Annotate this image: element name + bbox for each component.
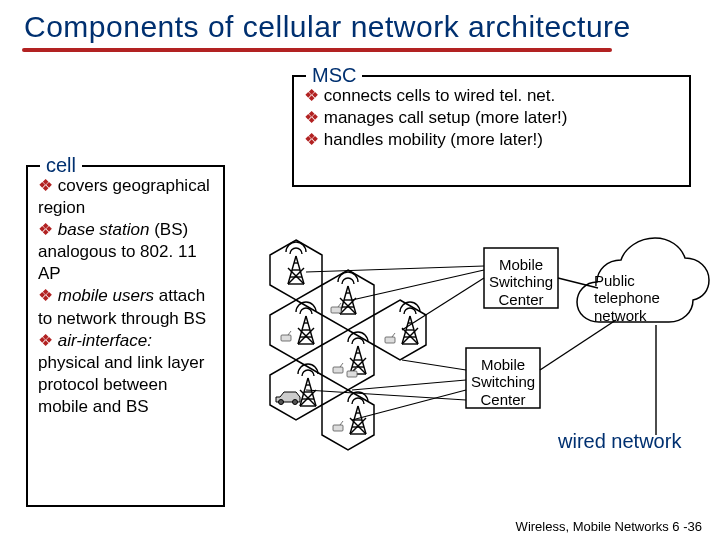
msc-legend: MSC	[306, 62, 362, 88]
title-underline	[22, 48, 612, 52]
cell-item: ❖ air-interface: physical and link layer…	[38, 330, 213, 418]
msc-box: MSC ❖ connects cells to wired tel. net. …	[292, 75, 691, 187]
msc1-label: Mobile Switching Center	[488, 256, 554, 308]
public-net-label: Public telephone network	[594, 272, 690, 324]
msc-item: ❖ connects cells to wired tel. net.	[304, 85, 679, 107]
svg-line-21	[306, 390, 466, 400]
cell-item: ❖ base station (BS) analogous to 802. 11…	[38, 219, 213, 285]
network-diagram: Mobile Switching Center Mobile Switching…	[226, 200, 706, 530]
svg-line-19	[352, 380, 466, 390]
cell-item: ❖ mobile users attach to network through…	[38, 285, 213, 329]
svg-line-17	[306, 266, 484, 272]
wired-net-label: wired network	[558, 430, 681, 453]
slide-footer: Wireless, Mobile Networks 6 -36	[516, 519, 702, 534]
cell-box: cell ❖ covers geographical region ❖ base…	[26, 165, 225, 507]
svg-line-18	[402, 360, 466, 370]
cell-item: ❖ covers geographical region	[38, 175, 213, 219]
cell-legend: cell	[40, 152, 82, 178]
page-title: Components of cellular network architect…	[24, 10, 631, 44]
msc-item: ❖ manages call setup (more later!)	[304, 107, 679, 129]
svg-line-23	[540, 320, 616, 370]
msc2-label: Mobile Switching Center	[470, 356, 536, 408]
msc-item: ❖ handles mobility (more later!)	[304, 129, 679, 151]
